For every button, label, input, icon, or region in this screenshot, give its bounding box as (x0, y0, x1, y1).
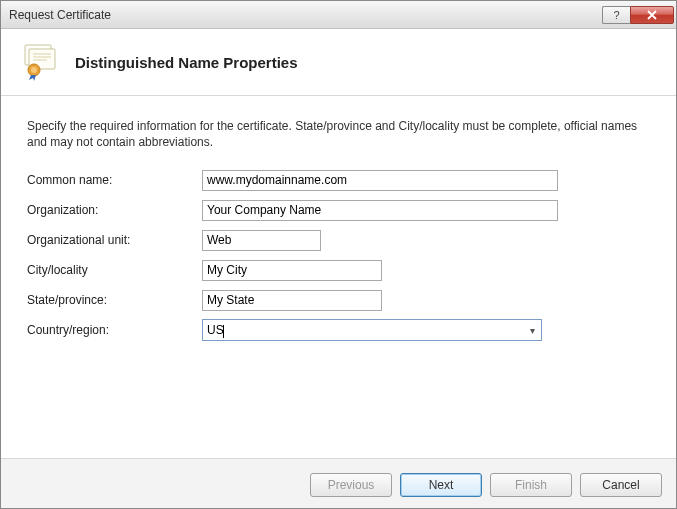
svg-point-6 (31, 67, 37, 73)
org-unit-input[interactable] (202, 230, 321, 251)
city-input[interactable] (202, 260, 382, 281)
help-icon: ? (613, 9, 619, 21)
close-icon (646, 10, 658, 20)
next-button[interactable]: Next (400, 473, 482, 497)
title-bar: Request Certificate ? (1, 1, 677, 29)
description-text: Specify the required information for the… (27, 118, 652, 150)
window-title: Request Certificate (9, 8, 602, 22)
country-label: Country/region: (27, 323, 202, 337)
chevron-down-icon: ▾ (525, 325, 539, 336)
state-input[interactable] (202, 290, 382, 311)
country-value: US (207, 323, 224, 337)
wizard-header: Distinguished Name Properties (1, 29, 677, 96)
common-name-label: Common name: (27, 173, 202, 187)
organization-label: Organization: (27, 203, 202, 217)
city-label: City/locality (27, 263, 202, 277)
help-button[interactable]: ? (602, 6, 630, 24)
form-area: Specify the required information for the… (1, 96, 677, 358)
org-unit-label: Organizational unit: (27, 233, 202, 247)
cancel-button[interactable]: Cancel (580, 473, 662, 497)
organization-input[interactable] (202, 200, 558, 221)
state-label: State/province: (27, 293, 202, 307)
wizard-footer: Previous Next Finish Cancel (1, 458, 677, 509)
country-combobox[interactable]: US ▾ (202, 319, 542, 341)
close-button[interactable] (630, 6, 674, 24)
previous-button[interactable]: Previous (310, 473, 392, 497)
page-title: Distinguished Name Properties (75, 54, 298, 71)
finish-button[interactable]: Finish (490, 473, 572, 497)
certificate-icon (19, 43, 61, 81)
common-name-input[interactable] (202, 170, 558, 191)
